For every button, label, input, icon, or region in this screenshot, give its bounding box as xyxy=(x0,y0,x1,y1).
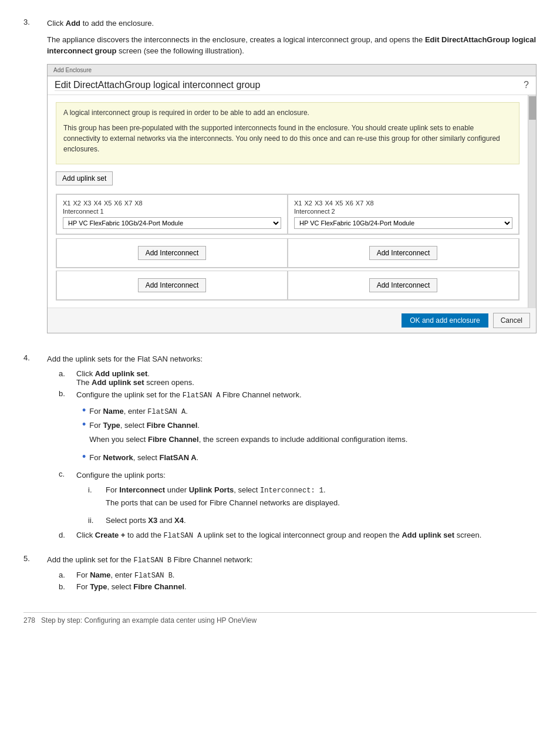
step-4c-content: Configure the uplink ports: i. For Inter… xyxy=(76,470,340,528)
dialog-illustration: Add Enclosure Edit DirectAttachGroup log… xyxy=(47,64,537,333)
interconnects-grid: X1 X2 X3 X4 X5 X6 X7 X8 Interconnect 1 xyxy=(56,194,519,235)
scrollbar-thumb xyxy=(529,96,536,120)
step-4a-item: a. Click Add uplink set. The Add uplink … xyxy=(59,369,537,387)
bullet-network: • For Network, select FlatSAN A. xyxy=(82,452,407,464)
step-4d-item: d. Click Create + to add the FlatSAN A u… xyxy=(59,531,537,540)
step-4: 4. Add the uplink sets for the Flat SAN … xyxy=(23,353,537,544)
step-5-text: Add the uplink set for the FlatSAN B Fib… xyxy=(47,554,537,566)
interconnect-1-name: Interconnect 1 xyxy=(63,208,281,215)
dialog-header-label: Add Enclosure xyxy=(53,67,92,73)
step-4a-label: a. xyxy=(59,369,76,387)
add-interconnect-row-1: Add Interconnect Add Interconnect xyxy=(56,238,519,268)
step-3-num: 3. xyxy=(23,18,47,343)
dialog-title: Edit DirectAttachGroup logical interconn… xyxy=(55,80,260,91)
step-3: 3. Click Add to add the enclosure. The a… xyxy=(23,18,537,343)
bullet-name: • For Name, enter FlatSAN A. xyxy=(82,406,407,417)
page-footer: 278 Step by step: Configuring an example… xyxy=(23,612,537,625)
interconnect-2-module-select[interactable]: HP VC FlexFabric 10Gb/24-Port Module xyxy=(294,217,512,229)
step-5b: b. For Type, select Fibre Channel. xyxy=(59,582,537,591)
interconnect-1-cell: X1 X2 X3 X4 X5 X6 X7 X8 Interconnect 1 xyxy=(56,194,288,234)
step-4a: a. Click Add uplink set. The Add uplink … xyxy=(59,369,537,540)
step-4-text: Add the uplink sets for the Flat SAN net… xyxy=(47,353,537,365)
add-interconnect-cell-1: Add Interconnect xyxy=(56,238,288,268)
add-interconnect-cell-3: Add Interconnect xyxy=(56,271,288,300)
step-5a: a. For Name, enter FlatSAN B. xyxy=(59,571,537,580)
add-interconnect-cell-2: Add Interconnect xyxy=(288,238,519,268)
cancel-button[interactable]: Cancel xyxy=(493,313,530,328)
add-uplink-set-button[interactable]: Add uplink set xyxy=(56,171,113,185)
step-4c-item: c. Configure the uplink ports: i. For In… xyxy=(59,470,537,528)
step-4c-label: c. xyxy=(59,470,76,528)
interconnect-2-ports: X1 X2 X3 X4 X5 X6 X7 X8 xyxy=(294,200,512,207)
step-4c-ii-label: ii. xyxy=(88,516,106,525)
add-interconnect-row-2: Add Interconnect Add Interconnect xyxy=(56,271,519,301)
interconnect-1-module-select[interactable]: HP VC FlexFabric 10Gb/24-Port Module xyxy=(63,217,281,229)
step-4d-label: d. xyxy=(59,531,76,540)
step-3-desc: The appliance discovers the interconnect… xyxy=(47,34,537,57)
step-4a-text: Click Add uplink set. The Add uplink set… xyxy=(76,369,194,387)
step-4c-sub: i. For Interconnect under Uplink Ports, … xyxy=(88,485,340,525)
dialog-header: Add Enclosure xyxy=(48,65,536,76)
step-5a-label: a. xyxy=(59,571,76,580)
step-4b-bullets: • For Name, enter FlatSAN A. • For Type,… xyxy=(82,406,407,464)
add-interconnect-button-2[interactable]: Add Interconnect xyxy=(369,246,438,260)
step-5-sub: a. For Name, enter FlatSAN B. b. For Typ… xyxy=(59,571,537,591)
step-3-content: Click Add to add the enclosure. The appl… xyxy=(47,18,537,343)
step-5b-label: b. xyxy=(59,582,76,591)
add-interconnect-button-1[interactable]: Add Interconnect xyxy=(138,246,207,260)
footer-page-num: 278 xyxy=(23,616,35,625)
interconnect-2-cell: X1 X2 X3 X4 X5 X6 X7 X8 Interconnect 2 xyxy=(288,194,519,234)
info-box: A logical interconnect group is required… xyxy=(56,102,519,164)
step-4d-text: Click Create + to add the FlatSAN A upli… xyxy=(76,531,481,540)
dialog-footer: OK and add enclosure Cancel xyxy=(48,308,536,333)
step-4b-content: Configure the uplink set for the FlatSAN… xyxy=(76,389,407,467)
footer-text: Step by step: Configuring an example dat… xyxy=(41,616,257,625)
step-5: 5. Add the uplink set for the FlatSAN B … xyxy=(23,554,537,595)
step-4c-ii: ii. Select ports X3 and X4. xyxy=(88,516,340,525)
dialog-main: A logical interconnect group is required… xyxy=(48,95,528,308)
interconnect-2-name: Interconnect 2 xyxy=(294,208,512,215)
step-3-intro: Click Add to add the enclosure. xyxy=(47,18,537,29)
add-interconnect-button-4[interactable]: Add Interconnect xyxy=(369,278,438,292)
step-4-content: Add the uplink sets for the Flat SAN net… xyxy=(47,353,537,544)
ok-add-enclosure-button[interactable]: OK and add enclosure xyxy=(402,313,488,328)
bullet-type: • For Type, select Fibre Channel. When y… xyxy=(82,420,407,450)
step-4c-i-label: i. xyxy=(88,485,106,514)
dialog-help-icon[interactable]: ? xyxy=(524,80,529,90)
add-interconnect-cell-4: Add Interconnect xyxy=(288,271,519,300)
step-4b-item: b. Configure the uplink set for the Flat… xyxy=(59,389,537,467)
dialog-body: A logical interconnect group is required… xyxy=(48,95,528,308)
interconnect-1-ports: X1 X2 X3 X4 X5 X6 X7 X8 xyxy=(63,200,281,207)
dialog-scrollbar[interactable] xyxy=(528,95,536,308)
step-4c-i: i. For Interconnect under Uplink Ports, … xyxy=(88,485,340,514)
add-interconnect-button-3[interactable]: Add Interconnect xyxy=(138,278,207,292)
step-4-num: 4. xyxy=(23,353,47,544)
step-5-num: 5. xyxy=(23,554,47,595)
step-4b-label: b. xyxy=(59,389,76,467)
step-5-content: Add the uplink set for the FlatSAN B Fib… xyxy=(47,554,537,595)
